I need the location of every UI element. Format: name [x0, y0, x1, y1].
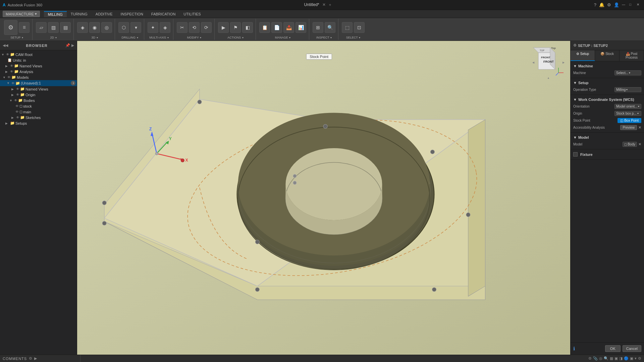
notification-icon[interactable]: 🔔	[599, 2, 604, 7]
2d-icon1[interactable]: ▱	[36, 22, 47, 33]
modify-icon2[interactable]: ⟲	[189, 22, 200, 33]
inspect-icon2[interactable]: 🔍	[325, 22, 335, 33]
panel-tab-stock[interactable]: 📦 Stock	[595, 50, 620, 61]
stock-vis[interactable]: 👁	[15, 104, 19, 108]
model-value[interactable]: ◻ Body	[623, 142, 637, 147]
ribbon-tab-utilities[interactable]: UTILITIES	[179, 11, 205, 17]
manage-icon2[interactable]: 📄	[271, 22, 282, 33]
ribbon-tab-inspection[interactable]: INSPECTION	[117, 11, 147, 17]
manage-icon4[interactable]: 📊	[296, 22, 306, 33]
select-icon2[interactable]: ⊡	[354, 22, 365, 33]
tree-item-bodies[interactable]: ▼ 👁 📁 Bodies	[0, 98, 77, 103]
main-vis[interactable]: 👁	[15, 110, 19, 114]
accessibility-x-btn[interactable]: ✕	[638, 125, 641, 130]
multiaxis-icon2[interactable]: ◈	[160, 22, 170, 33]
status-icon-4[interactable]: 🔍	[604, 356, 608, 361]
status-icon-7[interactable]: ◨	[619, 356, 623, 361]
collapse-sidebar-icon[interactable]: ◀◀	[3, 43, 8, 48]
models-vis[interactable]: 👁	[7, 75, 11, 79]
3d-icon1[interactable]: ◈	[77, 22, 88, 33]
setup-icon[interactable]: ⚙	[4, 20, 17, 35]
status-icon-2[interactable]: 📎	[593, 356, 598, 361]
restore-btn[interactable]: □	[629, 3, 634, 7]
model-section-header[interactable]: ▼ Model	[571, 134, 644, 141]
status-icon-10[interactable]: ▾	[635, 356, 637, 361]
3d-icon3[interactable]: ◎	[101, 22, 112, 33]
help-icon[interactable]: ?	[594, 2, 596, 7]
browser-expand-icon[interactable]: ▶	[71, 43, 74, 48]
tree-item-unsaved[interactable]: ▼ 👁 📁 (Unsaved):1 ℹ	[0, 80, 77, 86]
panel-tab-postprocess[interactable]: 📤 Post Process	[620, 50, 644, 61]
fixture-checkbox[interactable]	[573, 152, 578, 157]
manage-icon3[interactable]: 📤	[283, 22, 294, 33]
named-views-2-vis[interactable]: 👁	[16, 87, 19, 91]
origin-vis[interactable]: 👁	[16, 93, 19, 97]
view-cube[interactable]: FRONT TOP ▲ ◀ ▶ Top FRONT	[532, 46, 565, 79]
account-icon[interactable]: 👤	[614, 2, 619, 7]
new-tab-btn[interactable]: ＋	[328, 2, 332, 7]
tree-item-named-views-2[interactable]: ▶ 👁 📁 Named Views	[0, 86, 77, 92]
ribbon-tab-additive[interactable]: ADDITIVE	[92, 11, 117, 17]
actions-icon1[interactable]: ▶	[218, 22, 229, 33]
close-doc-btn[interactable]: ✕	[322, 2, 326, 7]
setup-sub-icon[interactable]: ☰	[19, 22, 30, 33]
status-icon-1[interactable]: ⚙	[588, 356, 592, 361]
2d-icon3[interactable]: ▤	[60, 22, 71, 33]
modify-icon1[interactable]: ✂	[177, 22, 187, 33]
drilling-icon1[interactable]: ⬡	[118, 22, 129, 33]
cam-root-vis-icon[interactable]: 👁	[6, 53, 9, 56]
status-icon-6[interactable]: ▣	[614, 356, 618, 361]
orientation-value[interactable]: Model orient... ▾	[614, 104, 641, 109]
tree-item-setups[interactable]: ▶ 📁 Setups	[0, 120, 77, 126]
ribbon-tab-milling[interactable]: MILLING	[44, 11, 67, 17]
browser-pin-icon[interactable]: 📌	[65, 43, 70, 48]
tree-item-sketches[interactable]: ▶ 👁 📁 Sketches	[0, 115, 77, 120]
status-icon-8[interactable]: 🔵	[624, 356, 629, 361]
inspect-icon1[interactable]: ⊞	[313, 22, 323, 33]
comments-settings-icon[interactable]: ⚙	[29, 356, 32, 361]
analysis-vis[interactable]: 👁	[10, 70, 13, 73]
box-point-btn[interactable]: ◫ Box Point	[618, 118, 641, 123]
minimize-btn[interactable]: —	[622, 3, 627, 7]
modify-icon3[interactable]: ⟳	[201, 22, 212, 33]
fixture-section-header[interactable]: Fixture	[571, 151, 644, 158]
tree-item-analysis[interactable]: ▶ 👁 📁 Analysis	[0, 69, 77, 74]
wcs-section-header[interactable]: ▼ Work Coordinate System (WCS)	[571, 96, 644, 103]
2d-icon2[interactable]: ▨	[48, 22, 59, 33]
ribbon-tab-fabrication[interactable]: FABRICATION	[147, 11, 180, 17]
select-icon1[interactable]: ⬚	[342, 22, 353, 33]
manufacture-dropdown-btn[interactable]: MANUFACTURE ▾	[3, 11, 40, 17]
tree-item-stock[interactable]: 👁 ◻ stock	[0, 103, 77, 109]
bodies-vis[interactable]: 👁	[14, 99, 17, 102]
machine-value[interactable]: Select... ▾	[614, 70, 641, 75]
panel-tab-setup[interactable]: ⚙ Setup	[571, 50, 595, 61]
status-icon-5[interactable]: ▦	[610, 356, 613, 361]
tree-item-origin[interactable]: ▶ 👁 📁 Origin	[0, 92, 77, 98]
multiaxis-icon1[interactable]: ✦	[148, 22, 158, 33]
manage-icon1[interactable]: 📋	[259, 22, 270, 33]
tree-item-main[interactable]: 👁 ◻ main	[0, 109, 77, 115]
ok-button[interactable]: OK	[605, 345, 621, 352]
operation-type-value[interactable]: Milling ▾	[614, 87, 641, 92]
3d-icon2[interactable]: ◉	[89, 22, 100, 33]
viewport[interactable]: Stock Point	[77, 41, 570, 355]
tree-item-units[interactable]: 📋 Units: in	[0, 57, 77, 63]
actions-icon3[interactable]: ◧	[242, 22, 253, 33]
status-icon-11[interactable]: ⚙	[638, 356, 641, 361]
actions-icon2[interactable]: ⚑	[230, 22, 241, 33]
cancel-button[interactable]: Cancel	[623, 345, 641, 352]
ribbon-tab-turning[interactable]: TURNING	[67, 11, 92, 17]
machine-section-header[interactable]: ▼ Machine	[571, 63, 644, 69]
named-views-vis[interactable]: 👁	[10, 64, 13, 68]
sketches-vis[interactable]: 👁	[16, 116, 19, 119]
tree-item-cam-root[interactable]: ▼ 👁 📁 CAM Root	[0, 52, 77, 57]
status-icon-9[interactable]: ▣	[630, 356, 633, 361]
comments-expand-icon[interactable]: ▶	[34, 356, 37, 361]
status-icon-3[interactable]: ◎	[599, 356, 602, 361]
unsaved-vis[interactable]: 👁	[11, 81, 15, 85]
tree-item-models[interactable]: ▼ 👁 📁 Models	[0, 74, 77, 80]
setup-section-header[interactable]: ▼ Setup	[571, 79, 644, 86]
drilling-icon2[interactable]: ▾	[130, 22, 141, 33]
tree-item-named-views-1[interactable]: ▶ 👁 📁 Named Views	[0, 63, 77, 69]
close-btn[interactable]: ✕	[637, 3, 641, 7]
